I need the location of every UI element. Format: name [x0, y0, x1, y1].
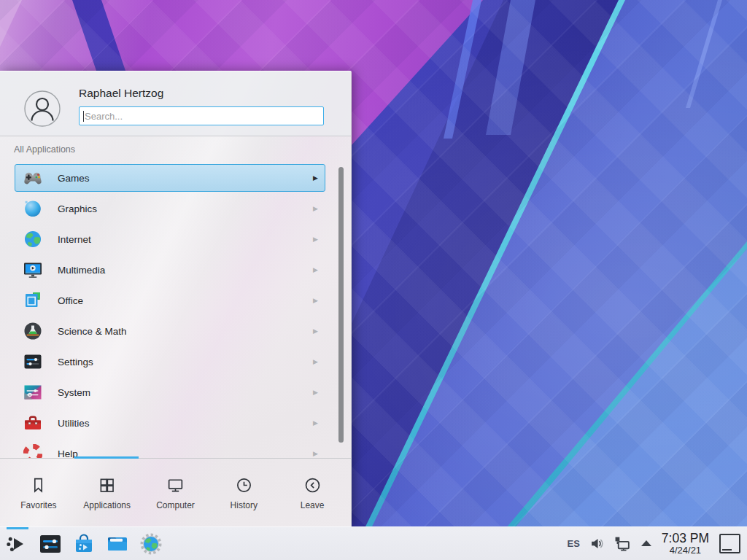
list-scrollbar[interactable] — [338, 167, 344, 443]
computer-icon — [166, 476, 185, 494]
utilities-icon — [23, 413, 42, 432]
settings-icon — [23, 352, 42, 371]
menu-item-system[interactable]: System ▶ — [15, 378, 325, 406]
active-task-indicator — [7, 527, 28, 529]
user-avatar-icon[interactable] — [24, 90, 61, 127]
menu-item-settings[interactable]: Settings ▶ — [15, 348, 325, 376]
volume-icon[interactable] — [590, 537, 604, 551]
tab-label: Favorites — [20, 500, 56, 510]
menu-item-label: Utilities — [58, 418, 90, 429]
application-category-list: Games ▶ Graphics ▶ Internet ▶ Multimedia… — [0, 161, 351, 458]
launcher-header: Raphael Hertzog Search... — [0, 71, 351, 136]
submenu-arrow-icon: ▶ — [313, 174, 318, 182]
tab-label: History — [231, 500, 258, 510]
active-tab-indicator — [74, 456, 139, 459]
menu-item-internet[interactable]: Internet ▶ — [15, 225, 325, 253]
application-launcher-icon[interactable] — [5, 532, 28, 556]
submenu-arrow-icon: ▶ — [313, 450, 318, 457]
office-icon — [23, 291, 42, 310]
clock-date: 4/24/21 — [662, 545, 709, 556]
text-caret — [83, 111, 84, 122]
history-icon — [235, 476, 253, 494]
menu-item-label: Multimedia — [58, 265, 105, 276]
help-icon — [23, 444, 42, 458]
submenu-arrow-icon: ▶ — [313, 358, 318, 365]
games-icon — [23, 168, 42, 187]
clock-time: 7:03 PM — [662, 532, 709, 545]
network-icon[interactable] — [614, 535, 631, 552]
menu-item-label: Games — [58, 173, 90, 184]
launcher-tab-bar: Favorites Applications Computer History … — [0, 458, 351, 528]
favorites-icon — [29, 476, 47, 494]
tab-label: Applications — [83, 500, 131, 510]
search-input[interactable]: Search... — [79, 106, 324, 125]
menu-item-utilities[interactable]: Utilities ▶ — [15, 409, 325, 437]
tab-leave[interactable]: Leave — [278, 459, 347, 528]
system-tray: ES 7:03 PM 4/24/21 — [567, 532, 747, 556]
divider — [0, 136, 351, 136]
applications-icon — [98, 476, 116, 494]
expand-tray-icon[interactable] — [641, 540, 651, 546]
tab-applications[interactable]: Applications — [73, 459, 142, 528]
graphics-icon — [23, 199, 42, 218]
file-manager-icon[interactable] — [106, 532, 129, 556]
submenu-arrow-icon: ▶ — [313, 389, 318, 396]
show-desktop-button[interactable] — [719, 534, 740, 553]
desktop: Raphael Hertzog Search... All Applicatio… — [0, 0, 747, 560]
menu-item-multimedia[interactable]: Multimedia ▶ — [15, 256, 325, 284]
submenu-arrow-icon: ▶ — [313, 419, 318, 427]
science-icon — [23, 322, 42, 341]
menu-item-label: Graphics — [58, 203, 97, 214]
submenu-arrow-icon: ▶ — [313, 236, 318, 243]
menu-item-graphics[interactable]: Graphics ▶ — [15, 195, 325, 222]
menu-item-science-math[interactable]: Science & Math ▶ — [15, 317, 325, 345]
digital-clock[interactable]: 7:03 PM 4/24/21 — [662, 532, 709, 556]
taskbar-launchers — [0, 532, 163, 556]
multimedia-icon — [23, 260, 42, 279]
keyboard-layout-indicator[interactable]: ES — [567, 538, 579, 549]
leave-icon — [303, 476, 322, 494]
system-icon — [23, 383, 42, 402]
internet-icon — [23, 230, 42, 249]
tab-favorites[interactable]: Favorites — [4, 459, 73, 528]
menu-item-label: Office — [58, 295, 83, 306]
menu-item-label: Settings — [58, 357, 93, 368]
menu-item-label: Internet — [58, 234, 91, 245]
menu-item-office[interactable]: Office ▶ — [15, 287, 325, 314]
search-placeholder: Search... — [85, 111, 123, 122]
submenu-arrow-icon: ▶ — [313, 327, 318, 335]
submenu-arrow-icon: ▶ — [313, 297, 318, 304]
system-settings-icon[interactable] — [39, 532, 62, 556]
tab-computer[interactable]: Computer — [142, 459, 210, 528]
discover-icon[interactable] — [72, 532, 96, 556]
menu-item-games[interactable]: Games ▶ — [15, 164, 325, 192]
submenu-arrow-icon: ▶ — [313, 205, 318, 212]
menu-item-label: System — [58, 387, 90, 398]
tab-history[interactable]: History — [209, 459, 278, 528]
section-label: All Applications — [14, 144, 75, 155]
menu-item-label: Science & Math — [58, 326, 127, 337]
user-name: Raphael Hertzog — [79, 87, 163, 100]
taskbar-panel: ES 7:03 PM 4/24/21 — [0, 526, 747, 560]
tab-label: Computer — [156, 500, 195, 510]
submenu-arrow-icon: ▶ — [313, 266, 318, 273]
web-browser-icon[interactable] — [139, 532, 163, 556]
menu-item-help[interactable]: Help ▶ — [15, 440, 325, 458]
tab-label: Leave — [301, 500, 325, 510]
application-launcher-menu: Raphael Hertzog Search... All Applicatio… — [0, 71, 352, 527]
